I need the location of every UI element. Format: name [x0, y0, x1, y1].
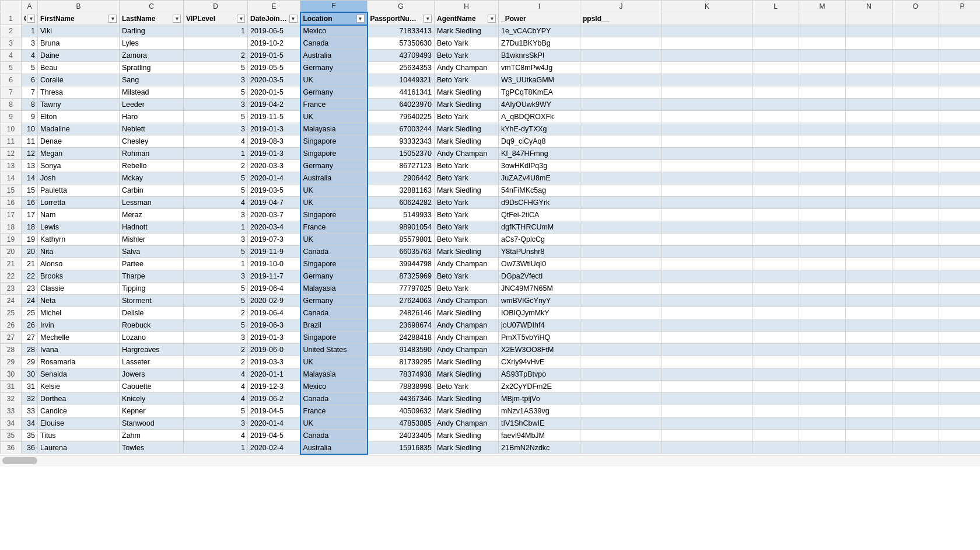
col-header-power[interactable]: _Power — [499, 12, 580, 25]
location-cell[interactable]: Canada — [300, 307, 368, 319]
location-cell[interactable]: UK — [300, 74, 368, 86]
location-cell[interactable]: United States — [300, 344, 368, 356]
col-header-vip-level[interactable]: VIPLevel ▾ — [184, 12, 248, 25]
location-cell[interactable]: UK — [300, 197, 368, 209]
table-row[interactable]: 2525MichelDelisle22019-06-4Canada2482614… — [1, 307, 981, 319]
location-cell[interactable]: Canada — [300, 37, 368, 50]
location-cell[interactable]: Germany — [300, 62, 368, 74]
location-cell[interactable]: Malayasia — [300, 368, 368, 381]
location-cell[interactable]: Malayasia — [300, 283, 368, 295]
filter-button-location[interactable]: ▾ — [356, 15, 365, 23]
filter-button-agent-name[interactable]: ▾ — [488, 15, 496, 23]
location-cell[interactable]: UK — [300, 111, 368, 123]
table-row[interactable]: 66CoralieSang32020-03-5UK10449321Beto Ya… — [1, 74, 981, 86]
horizontal-scrollbar[interactable] — [0, 455, 980, 467]
location-cell[interactable]: Singapore — [300, 332, 368, 344]
location-cell[interactable]: UK — [300, 356, 368, 368]
table-row[interactable]: 44DaineZamora22019-01-5Australia43709493… — [1, 50, 981, 62]
col-header-customer-number[interactable]: CustomerNumber ▾ — [22, 12, 38, 25]
table-row[interactable]: 2626IrvinRoebuck52019-06-3Brazil23698674… — [1, 319, 981, 332]
location-cell[interactable]: Singapore — [300, 148, 368, 160]
table-row[interactable]: 99EltonHaro52019-11-5UK79640225Beto Yark… — [1, 111, 981, 123]
filter-button-last-name[interactable]: ▾ — [173, 15, 181, 23]
table-row[interactable]: 77ThresaMilstead52020-01-5Germany4416134… — [1, 86, 981, 99]
col-letter-d[interactable]: D — [184, 1, 248, 12]
scroll-thumb[interactable] — [2, 457, 37, 464]
col-header-date-joined[interactable]: DateJoined ▾ — [248, 12, 300, 25]
table-row[interactable]: 2727MechelleLozano32019-01-3Singapore242… — [1, 332, 981, 344]
table-row[interactable]: 2121AlonsoPartee12019-10-0Singapore39944… — [1, 258, 981, 270]
col-letter-i[interactable]: I — [499, 1, 580, 12]
filter-button-customer-number[interactable]: ▾ — [27, 15, 35, 23]
location-cell[interactable]: Germany — [300, 160, 368, 172]
location-cell[interactable]: Singapore — [300, 209, 368, 221]
table-row[interactable]: 55BeauSpratling52019-05-5Germany25634353… — [1, 62, 981, 74]
col-letter-k[interactable]: K — [662, 1, 752, 12]
filter-button-date-joined[interactable]: ▾ — [289, 15, 298, 23]
table-row[interactable]: 3636LaurenaTowles12020-02-4Australia1591… — [1, 442, 981, 454]
col-header-passport-number[interactable]: PassportNumber ▾ — [368, 12, 435, 25]
table-row[interactable]: 1515PaulettaCarbin52019-03-5UK32881163Ma… — [1, 185, 981, 197]
table-row[interactable]: 88TawnyLeeder32019-04-2France64023970Mar… — [1, 99, 981, 111]
col-letter-b[interactable]: B — [38, 1, 120, 12]
location-cell[interactable]: UK — [300, 234, 368, 246]
col-letter-c[interactable]: C — [120, 1, 184, 12]
table-row[interactable]: 1111DenaeChesley42019-08-3Singapore93332… — [1, 135, 981, 148]
location-cell[interactable]: France — [300, 99, 368, 111]
table-row[interactable]: 1717NamMeraz32020-03-7Singapore5149933Be… — [1, 209, 981, 221]
location-cell[interactable]: France — [300, 405, 368, 417]
table-row[interactable]: 21VikiDarling12019-06-5Mexico71833413Mar… — [1, 25, 981, 37]
location-cell[interactable]: Germany — [300, 270, 368, 283]
table-row[interactable]: 1818LewisHadnott12020-03-4France98901054… — [1, 221, 981, 234]
col-letter-a[interactable]: A — [22, 1, 38, 12]
location-cell[interactable]: UK — [300, 185, 368, 197]
location-cell[interactable]: Canada — [300, 393, 368, 405]
location-cell[interactable]: Canada — [300, 430, 368, 442]
table-row[interactable]: 3434ElouiseStanwood32020-01-4UK47853885A… — [1, 417, 981, 430]
table-row[interactable]: 2828IvanaHargreaves22019-06-0United Stat… — [1, 344, 981, 356]
col-letter-h[interactable]: H — [435, 1, 499, 12]
col-letter-p[interactable]: P — [939, 1, 981, 12]
table-row[interactable]: 3232DortheaKnicely42019-06-2Canada443673… — [1, 393, 981, 405]
table-row[interactable]: 33BrunaLyles2019-10-2Canada57350630Beto … — [1, 37, 981, 50]
table-row[interactable]: 1616LorrettaLessman42019-04-7UK60624282B… — [1, 197, 981, 209]
location-cell[interactable]: Germany — [300, 295, 368, 307]
table-row[interactable]: 3535TitusZahm42019-04-5Canada24033405Mar… — [1, 430, 981, 442]
col-letter-o[interactable]: O — [892, 1, 939, 12]
col-header-location[interactable]: Location ▾ — [300, 12, 368, 25]
table-row[interactable]: 3030SenaidaJowers42020-01-1Malayasia7837… — [1, 368, 981, 381]
col-letter-f[interactable]: F — [300, 1, 368, 12]
col-letter-g[interactable]: G — [368, 1, 435, 12]
location-cell[interactable]: Australia — [300, 172, 368, 185]
location-cell[interactable]: Brazil — [300, 319, 368, 332]
location-cell[interactable]: Canada — [300, 246, 368, 258]
col-header-ppsid[interactable]: ppsId__ — [580, 12, 662, 25]
table-row[interactable]: 3333CandiceKepner52019-04-5France4050963… — [1, 405, 981, 417]
table-row[interactable]: 2020NitaSalva52019-11-9Canada66035763Mar… — [1, 246, 981, 258]
table-row[interactable]: 1919KathyrnMishler32019-07-3UK85579801Be… — [1, 234, 981, 246]
col-header-agent-name[interactable]: AgentName ▾ — [435, 12, 499, 25]
table-row[interactable]: 2323ClassieTipping52019-06-4Malayasia777… — [1, 283, 981, 295]
table-row[interactable]: 2424NetaStorment52020-02-9Germany2762406… — [1, 295, 981, 307]
location-cell[interactable]: Malayasia — [300, 123, 368, 135]
table-row[interactable]: 1313SonyaRebello22020-03-3Germany8672712… — [1, 160, 981, 172]
location-cell[interactable]: France — [300, 221, 368, 234]
col-letter-j[interactable]: J — [580, 1, 662, 12]
col-header-first-name[interactable]: FirstName ▾ — [38, 12, 120, 25]
table-row[interactable]: 1414JoshMckay52020-01-4Australia2906442B… — [1, 172, 981, 185]
location-cell[interactable]: Australia — [300, 442, 368, 454]
location-cell[interactable]: Australia — [300, 50, 368, 62]
location-cell[interactable]: Singapore — [300, 135, 368, 148]
table-row[interactable]: 2222BrooksTharpe32019-11-7Germany8732596… — [1, 270, 981, 283]
location-cell[interactable]: Mexico — [300, 25, 368, 37]
table-row[interactable]: 1212MeganRohman12019-01-3Singapore150523… — [1, 148, 981, 160]
col-letter-l[interactable]: L — [752, 1, 799, 12]
table-row[interactable]: 3131KelsieCaouette42019-12-3Mexico788389… — [1, 381, 981, 393]
col-letter-n[interactable]: N — [846, 1, 892, 12]
location-cell[interactable]: UK — [300, 417, 368, 430]
col-letter-m[interactable]: M — [799, 1, 846, 12]
filter-button-vip-level[interactable]: ▾ — [237, 15, 245, 23]
location-cell[interactable]: Germany — [300, 86, 368, 99]
table-row[interactable]: 1010MadalineNeblett32019-01-3Malayasia67… — [1, 123, 981, 135]
location-cell[interactable]: Mexico — [300, 381, 368, 393]
